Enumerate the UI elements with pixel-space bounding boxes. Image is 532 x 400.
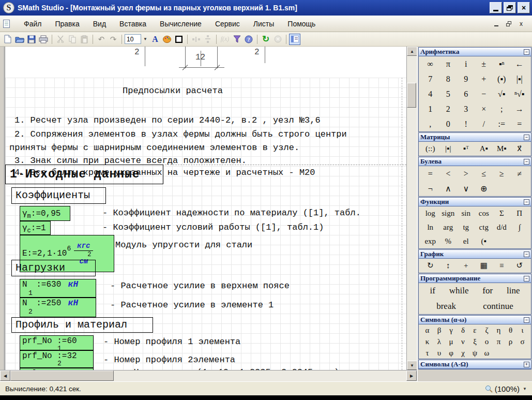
stop-button[interactable]: [272, 34, 283, 45]
note-line[interactable]: 1. Ресчет узла произведен по серии 2440-…: [14, 115, 321, 125]
function-button[interactable]: ∫: [511, 220, 529, 234]
programming-button[interactable]: line: [507, 284, 520, 298]
zoom-dropdown-arrow[interactable]: ▼: [523, 387, 527, 391]
boolean-button[interactable]: ≤: [475, 166, 493, 181]
section-loads[interactable]: Нагрузки: [11, 260, 96, 276]
math-region-N2[interactable]: N 2 :=250 кН: [20, 298, 96, 317]
arithmetic-button[interactable]: =: [511, 116, 529, 131]
programming-button[interactable]: while: [449, 284, 469, 298]
math-region-stl-no[interactable]: stl_No :=5: [20, 368, 94, 370]
greek-letter-button[interactable]: σ: [516, 336, 528, 347]
region-description[interactable]: - Коэффициент надежности по материалу ([…: [102, 208, 361, 218]
greek-letter-button[interactable]: η: [493, 324, 505, 336]
greek-letter-button[interactable]: μ: [445, 336, 457, 347]
arithmetic-button[interactable]: (▪): [493, 71, 511, 86]
worksheet-canvas[interactable]: 2 12 2 Предпосылки расчета 1.: [5, 47, 406, 370]
arithmetic-button[interactable]: →: [511, 101, 529, 116]
font-size-input[interactable]: [125, 34, 141, 44]
panel-header-matrices[interactable]: Матрицы −: [419, 133, 531, 142]
math-region-N1[interactable]: N 1 :=630 кН: [20, 279, 96, 298]
menu-calculation[interactable]: Вычисление: [153, 18, 208, 30]
function-button[interactable]: Σ: [493, 206, 511, 220]
arithmetic-button[interactable]: +: [475, 71, 493, 86]
region-description[interactable]: - Расчетное усилие в элементе 1: [110, 300, 273, 310]
insert-function-button[interactable]: f(x): [219, 34, 231, 45]
arithmetic-button[interactable]: 2: [439, 101, 458, 116]
boolean-button[interactable]: ⊕: [475, 181, 493, 196]
function-button[interactable]: exp: [421, 234, 439, 248]
matrix-button[interactable]: |▪|: [439, 142, 458, 156]
zoom-level[interactable]: (100%): [495, 384, 520, 393]
function-button[interactable]: Π: [511, 206, 529, 220]
background-color-button[interactable]: [161, 34, 173, 45]
greek-letter-button[interactable]: α: [421, 324, 433, 336]
greek-letter-button[interactable]: υ: [433, 347, 445, 359]
arithmetic-button[interactable]: ←: [511, 56, 529, 71]
arithmetic-button[interactable]: ±: [475, 56, 493, 71]
menu-service[interactable]: Сервис: [208, 18, 247, 30]
greek-letter-button[interactable]: ε: [469, 324, 481, 336]
greek-letter-button[interactable]: χ: [457, 347, 469, 359]
menu-insert[interactable]: Вставка: [113, 18, 153, 30]
function-button[interactable]: log: [421, 206, 439, 220]
arithmetic-button[interactable]: i: [457, 56, 475, 71]
math-region-gamma-c[interactable]: γc:=1: [20, 221, 51, 235]
arithmetic-button[interactable]: π: [439, 56, 458, 71]
border-button[interactable]: [173, 34, 185, 45]
minimize-button[interactable]: [490, 2, 502, 13]
arithmetic-button[interactable]: ;: [493, 101, 511, 116]
menu-edit[interactable]: Правка: [48, 18, 86, 30]
region-description[interactable]: - Номер профиля 1 элемента: [103, 337, 240, 347]
function-button[interactable]: sign: [439, 206, 458, 220]
panel-header-symbols-uppercase[interactable]: Символы (А-Ω) +: [419, 360, 531, 369]
paste-button[interactable]: [79, 34, 90, 45]
panel-header-programming[interactable]: Программирование −: [419, 274, 531, 283]
boolean-button[interactable]: =: [421, 166, 439, 181]
matrix-button[interactable]: A▪: [475, 142, 493, 156]
graph-button[interactable]: ↻: [421, 259, 439, 273]
mdi-minimize-button[interactable]: [493, 20, 500, 27]
arithmetic-button[interactable]: !: [457, 116, 475, 131]
function-button[interactable]: d/d: [493, 220, 511, 234]
boolean-button[interactable]: <: [439, 166, 458, 181]
region-description[interactable]: Модуль упругости для стали: [115, 240, 252, 250]
greek-letter-button[interactable]: θ: [505, 324, 516, 336]
panel-header-boolean[interactable]: Булева −: [419, 157, 531, 166]
arithmetic-button[interactable]: ⁿ√▪: [511, 86, 529, 101]
function-button[interactable]: (▪: [475, 234, 493, 248]
greek-letter-button[interactable]: ι: [516, 324, 528, 336]
matrix-button[interactable]: x⃗: [511, 142, 529, 156]
boolean-button[interactable]: ≠: [511, 166, 529, 181]
filter-button[interactable]: [231, 34, 242, 45]
note-line[interactable]: приняты фермы с шарнирным соединением эл…: [9, 143, 299, 153]
function-button[interactable]: arg: [439, 220, 458, 234]
function-button[interactable]: sin: [457, 206, 475, 220]
section-coefficients[interactable]: Коэффициенты: [11, 187, 106, 204]
boolean-button[interactable]: ¬: [421, 181, 439, 196]
collapse-button[interactable]: −: [524, 317, 529, 323]
note-line[interactable]: 2. Сопряжения элементов в узлах фермы до…: [14, 129, 347, 139]
scroll-right-button[interactable]: ▶: [406, 371, 417, 381]
greek-letter-button[interactable]: τ: [421, 347, 433, 359]
function-button[interactable]: ctg: [475, 220, 493, 234]
greek-letter-button[interactable]: ζ: [481, 324, 493, 336]
collapse-button[interactable]: −: [524, 199, 529, 205]
restore-button[interactable]: [504, 2, 516, 13]
horizontal-scroll-thumb[interactable]: [10, 371, 114, 381]
greek-letter-button[interactable]: δ: [457, 324, 469, 336]
collapse-button[interactable]: −: [524, 135, 529, 140]
graph-button[interactable]: ↺: [511, 259, 529, 273]
function-button[interactable]: cos: [475, 206, 493, 220]
menu-help[interactable]: Помощь: [281, 18, 322, 30]
arithmetic-button[interactable]: 8: [439, 71, 458, 86]
region-description[interactable]: - Номер профиля 2элемента: [103, 355, 235, 365]
new-document-button[interactable]: [2, 34, 13, 45]
open-button[interactable]: [14, 34, 25, 45]
region-description[interactable]: - Расчетное усилие в верхнем поясе: [110, 281, 290, 291]
arithmetic-button[interactable]: ,: [421, 116, 439, 131]
arithmetic-button[interactable]: 0: [439, 116, 458, 131]
arithmetic-button[interactable]: 5: [439, 86, 458, 101]
sidebar-toggle-button[interactable]: [289, 34, 300, 45]
greek-letter-button[interactable]: ω: [481, 347, 493, 359]
math-region-gamma-m[interactable]: γm:=0,95: [20, 206, 70, 221]
